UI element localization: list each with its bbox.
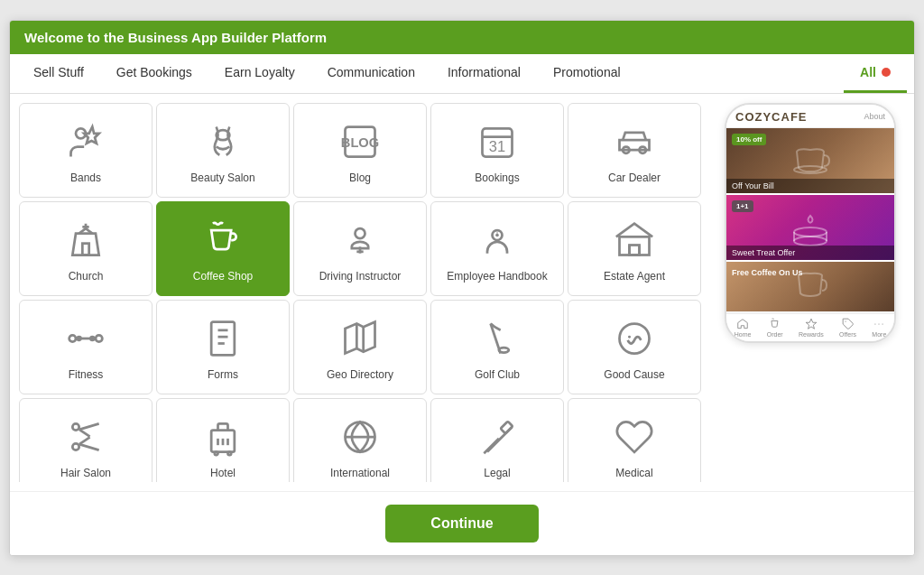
driving-instructor-label: Driving Instructor	[319, 270, 402, 284]
fitness-icon	[61, 314, 110, 363]
phone-nav-home: Home	[735, 318, 752, 338]
globe-label: International	[330, 467, 390, 481]
svg-point-50	[794, 236, 827, 246]
bands-label: Bands	[70, 172, 101, 186]
gavel-icon	[473, 413, 522, 461]
list-item[interactable]: Medical	[568, 398, 701, 482]
driving-instructor-icon	[336, 216, 384, 264]
svg-point-55	[879, 323, 880, 324]
luggage-icon	[199, 413, 247, 461]
globe-icon	[336, 413, 384, 461]
list-item[interactable]: International	[293, 398, 427, 482]
tab-informational[interactable]: Informational	[431, 54, 537, 93]
tab-communication[interactable]: Communication	[311, 54, 431, 93]
good-cause-label: Good Cause	[604, 368, 664, 383]
svg-rect-25	[211, 322, 235, 356]
bands-icon	[61, 117, 110, 166]
main-content: Bands Beauty Salon BLOG Blog	[10, 94, 914, 491]
list-item[interactable]: Golf Club	[430, 300, 564, 394]
continue-button[interactable]: Continue	[385, 505, 538, 543]
svg-point-36	[72, 444, 79, 450]
grid-area: Bands Beauty Salon BLOG Blog	[19, 103, 716, 482]
gavel-label: Legal	[484, 467, 510, 481]
scissors-label: Hair Salon	[60, 467, 111, 481]
promo-item: 10% off Off Your Bill	[726, 128, 894, 193]
forms-label: Forms	[208, 368, 238, 383]
svg-point-46	[228, 452, 232, 456]
list-item[interactable]: Forms	[156, 300, 290, 394]
list-item[interactable]: Driving Instructor	[293, 201, 427, 296]
svg-point-45	[215, 452, 218, 456]
bookings-icon: 31	[473, 117, 522, 166]
tab-sell-stuff[interactable]: Sell Stuff	[17, 54, 100, 93]
car-dealer-label: Car Dealer	[608, 172, 661, 186]
svg-point-53	[845, 320, 845, 321]
svg-rect-9	[82, 244, 88, 255]
tabs-bar: Sell Stuff Get Bookings Earn Loyalty Com…	[10, 54, 914, 94]
list-item[interactable]: Estate Agent	[568, 201, 701, 296]
svg-point-10	[356, 228, 365, 238]
template-grid: Bands Beauty Salon BLOG Blog	[19, 103, 716, 482]
list-item[interactable]: Beauty Salon	[156, 103, 290, 198]
car-dealer-icon	[610, 117, 659, 166]
list-item[interactable]: Bands	[19, 103, 152, 198]
list-item[interactable]: Legal	[430, 398, 564, 482]
list-item[interactable]: Car Dealer	[568, 103, 701, 198]
church-icon	[61, 216, 110, 264]
luggage-label: Hotel	[210, 467, 236, 481]
bookings-label: Bookings	[475, 172, 519, 186]
svg-point-22	[96, 336, 102, 342]
svg-point-21	[69, 336, 76, 342]
geo-directory-label: Geo Directory	[327, 368, 393, 383]
geo-directory-icon	[336, 314, 384, 363]
svg-line-37	[79, 424, 99, 431]
svg-point-56	[882, 323, 883, 324]
phone-nav-offers: Offers	[839, 318, 856, 338]
tab-all[interactable]: All	[844, 54, 907, 93]
svg-point-54	[875, 323, 876, 324]
promo-badge-2: 1+1	[732, 200, 753, 212]
phone-nav-more: More	[872, 318, 886, 338]
beauty-salon-label: Beauty Salon	[190, 172, 254, 186]
list-item[interactable]: Hotel	[156, 398, 290, 482]
phone-nav: Home Order Rewards Offers	[726, 313, 894, 341]
list-item[interactable]: Geo Directory	[293, 300, 427, 394]
phone-top-bar: COZYCAFE About	[726, 105, 894, 128]
coffee-shop-label: Coffee Shop	[193, 270, 254, 284]
phone-body: 10% off Off Your Bill	[726, 128, 894, 311]
heartbeat-icon	[610, 413, 659, 461]
list-item[interactable]: Coffee Shop	[156, 201, 290, 296]
phone-about-label: About	[864, 112, 885, 121]
list-item[interactable]: Church	[19, 201, 152, 296]
svg-point-35	[72, 424, 79, 431]
phone-preview: COZYCAFE About 10% off	[725, 103, 905, 482]
list-item[interactable]: 31 Bookings	[430, 103, 564, 198]
promo-item: 1+1 Sweet Treat Offer	[726, 195, 894, 260]
svg-rect-19	[630, 246, 640, 255]
estate-agent-label: Estate Agent	[604, 270, 665, 284]
svg-line-39	[79, 430, 90, 437]
coffee-shop-icon	[199, 216, 247, 264]
app-window: Welcome to the Business App Builder Plat…	[9, 20, 915, 556]
tab-get-bookings[interactable]: Get Bookings	[100, 54, 208, 93]
list-item[interactable]: Good Cause	[568, 300, 701, 394]
list-item[interactable]: i Employee Handbook	[430, 201, 564, 296]
tab-earn-loyalty[interactable]: Earn Loyalty	[208, 54, 311, 93]
scissors-icon	[61, 413, 110, 461]
promo-item: Free Coffee On Us	[726, 262, 894, 311]
forms-icon	[199, 314, 247, 363]
promo-badge-1: 10% off	[732, 134, 766, 145]
svg-text:i: i	[496, 230, 498, 239]
good-cause-icon	[610, 314, 659, 363]
employee-handbook-label: Employee Handbook	[447, 270, 547, 284]
svg-text:31: 31	[489, 138, 505, 154]
svg-point-34	[628, 336, 631, 339]
list-item[interactable]: Hair Salon	[19, 398, 152, 482]
employee-handbook-icon: i	[473, 216, 522, 264]
phone-app-name: COZYCAFE	[735, 110, 808, 124]
list-item[interactable]: Fitness	[19, 300, 152, 394]
church-label: Church	[69, 270, 104, 284]
tab-promotional[interactable]: Promotional	[537, 54, 637, 93]
phone-nav-rewards: Rewards	[799, 318, 824, 338]
list-item[interactable]: BLOG Blog	[293, 103, 427, 198]
